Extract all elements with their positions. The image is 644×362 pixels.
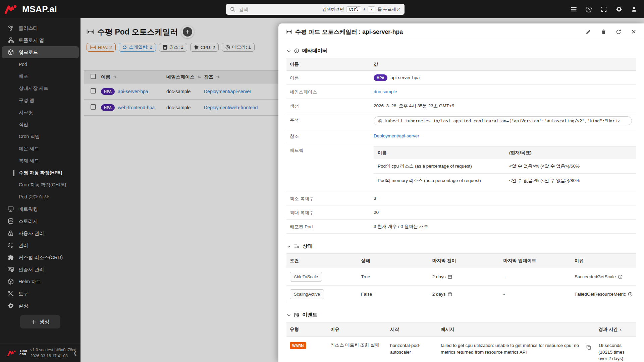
ref-link[interactable]: Deployment/api-server xyxy=(374,133,419,138)
hpa-name-link[interactable]: api-server-hpa xyxy=(118,89,148,94)
meta-row-metrics: 메트릭 이름 (현재/목표) xyxy=(286,143,636,191)
lock-icon xyxy=(7,230,14,237)
row-checkbox[interactable] xyxy=(91,88,96,94)
calendar-icon[interactable] xyxy=(448,292,452,296)
sidebar-item-pdb[interactable]: Pod 중단 예산 xyxy=(0,191,80,203)
info-icon[interactable] xyxy=(618,275,623,279)
sidebar-item-workloads[interactable]: 워크로드 xyxy=(2,46,79,58)
badge-cpu-count[interactable]: CPU: 2 xyxy=(190,43,219,52)
topbar-actions xyxy=(570,0,638,18)
sidebar-item-helm-charts[interactable]: Helm 차트 xyxy=(0,276,80,288)
edit-icon[interactable] xyxy=(585,29,591,35)
meta-row-name: 이름 HPAapi-server-hpa xyxy=(286,71,636,85)
row-checkbox[interactable] xyxy=(91,104,96,110)
create-button-label: 생성 xyxy=(40,319,50,325)
sort-icon[interactable] xyxy=(216,75,220,79)
sidebar-item-hpa[interactable]: 수평 자동 확장(HPA) xyxy=(0,167,80,179)
ref-link[interactable]: Deployment/api-server xyxy=(204,89,251,94)
delete-icon[interactable] xyxy=(600,29,606,35)
status-section-header[interactable]: 상태 xyxy=(286,243,636,249)
sidebar-item-replicaset[interactable]: 복제 세트 xyxy=(0,155,80,167)
meta-row-namespace: 네임스페이스 doc-sample xyxy=(286,85,636,99)
last-update-value: - xyxy=(503,292,505,297)
hpa-kind-badge: HPA xyxy=(101,104,115,111)
namespace-link[interactable]: doc-sample xyxy=(374,89,397,94)
event-message: failed to get cpu utilization: unable to… xyxy=(441,342,583,355)
badge-hpa-count[interactable]: HPA: 2 xyxy=(87,43,116,52)
brand-logo[interactable]: MSAP.ai xyxy=(0,4,80,14)
calendar-icon[interactable] xyxy=(448,275,452,279)
sidebar-item-label: Helm 차트 xyxy=(18,279,41,285)
sidebar-item-statefulset[interactable]: 상태저장 세트 xyxy=(0,82,80,95)
dark-mode-icon[interactable] xyxy=(585,5,593,13)
sidebar-item-job[interactable]: 작업 xyxy=(0,119,80,131)
helm-box-icon xyxy=(7,278,14,285)
sidebar-item-configmap[interactable]: 구성 맵 xyxy=(0,95,80,107)
fullscreen-icon[interactable] xyxy=(600,5,608,13)
page-title: 수평 Pod 오토스케일러 xyxy=(87,27,178,37)
status-col-status: 상태 xyxy=(358,254,429,268)
tools-icon xyxy=(7,290,14,297)
close-icon[interactable] xyxy=(631,29,637,35)
badge-label: 메모리: 1 xyxy=(232,44,251,50)
badge-scaling-count[interactable]: 스케일링: 2 xyxy=(119,43,156,52)
sidebar-item-chpa[interactable]: Cron 자동 확장(CHPA) xyxy=(0,179,80,191)
meta-row-created: 생성 2026. 3. 28. 오후 4시 35분 23초 GMT+9 xyxy=(286,99,636,113)
copy-icon[interactable] xyxy=(586,345,592,350)
settings-gear-icon[interactable] xyxy=(615,5,623,13)
sidebar-item-user-management[interactable]: 사용자 관리 xyxy=(0,227,80,239)
info-icon[interactable] xyxy=(628,292,633,297)
sidebar-item-crd[interactable]: 커스텀 리소스(CRD) xyxy=(0,251,80,263)
hpa-arrows-icon xyxy=(87,29,94,35)
create-button[interactable]: 생성 xyxy=(20,315,60,328)
sidebar-item-deployment[interactable]: 배포 xyxy=(0,70,80,82)
min-replicas-value: 3 xyxy=(374,196,376,201)
sidebar-item-daemonset[interactable]: 데몬 세트 xyxy=(0,143,80,155)
sidebar-item-topology-map[interactable]: 토폴로지 맵 xyxy=(0,34,80,46)
sidebar-item-cluster[interactable]: 클러스터 xyxy=(0,22,80,34)
global-search[interactable]: 검색하려면 Ctrl + / 를 누르세요 xyxy=(226,4,405,15)
metadata-section-header[interactable]: 메타데이터 xyxy=(286,48,636,54)
condition-chip[interactable]: ScalingActive xyxy=(290,289,324,299)
events-col-age[interactable]: 경과 시간 xyxy=(598,326,618,333)
sort-icon[interactable] xyxy=(113,75,117,79)
column-header-namespace[interactable]: 네임스페이스 xyxy=(166,74,195,80)
events-section-header[interactable]: 이벤트 xyxy=(286,312,636,318)
sidebar-item-storage[interactable]: 스토리지 xyxy=(0,215,80,227)
sidebar-item-settings[interactable]: 설정 xyxy=(0,300,80,312)
ref-link[interactable]: Deployment/web-frontend xyxy=(204,105,258,110)
add-hpa-button[interactable] xyxy=(181,25,194,38)
sidebar-item-label: 토폴로지 맵 xyxy=(18,37,44,44)
sidebar-collapse-chevron[interactable]: ❮ xyxy=(73,350,77,356)
section-title: 메타데이터 xyxy=(302,48,327,54)
annotation-pill[interactable]: @ kubectl.kubernetes.io/last-applied-con… xyxy=(374,116,632,125)
hpa-arrows-icon xyxy=(286,29,292,34)
sidebar-item-label: 상태저장 세트 xyxy=(19,85,48,92)
select-all-checkbox[interactable] xyxy=(91,74,96,79)
sidebar-item-tools[interactable]: 도구 xyxy=(0,288,80,300)
page-title-text: 수평 Pod 오토스케일러 xyxy=(97,27,178,37)
sidebar-item-networking[interactable]: 네트워킹 xyxy=(0,203,80,215)
status-value: True xyxy=(361,274,370,279)
sidebar-item-certificates[interactable]: 인증서 관리 xyxy=(0,263,80,276)
sort-icon[interactable] xyxy=(197,75,201,79)
sidebar-item-management[interactable]: 관리 xyxy=(0,239,80,251)
badge-min-count[interactable]: 최소: 2 xyxy=(159,43,187,52)
user-avatar-icon[interactable] xyxy=(630,5,638,13)
gear-icon xyxy=(7,302,14,309)
menu-icon[interactable] xyxy=(570,5,578,13)
condition-chip[interactable]: AbleToScale xyxy=(290,272,322,282)
badge-memory-count[interactable]: 메모리: 1 xyxy=(222,43,255,52)
memory-chip-icon xyxy=(225,45,230,50)
refresh-icon[interactable] xyxy=(615,29,622,35)
column-header-ref[interactable]: 참조 xyxy=(204,74,213,80)
hpa-name-link[interactable]: web-frontend-hpa xyxy=(118,105,155,110)
sidebar-item-pod[interactable]: Pod xyxy=(0,58,80,70)
search-input[interactable] xyxy=(238,6,299,12)
hint-plus: + xyxy=(363,7,366,12)
column-header-name[interactable]: 이름 xyxy=(101,74,110,80)
summary-badges: HPA: 2 스케일링: 2 최소: 2 CPU: 2 메모리: 1 xyxy=(87,43,255,52)
sidebar-item-secret[interactable]: 시크릿 xyxy=(0,107,80,119)
meta-label: 참조 xyxy=(286,129,370,143)
sidebar-item-cronjob[interactable]: Cron 작업 xyxy=(0,131,80,143)
